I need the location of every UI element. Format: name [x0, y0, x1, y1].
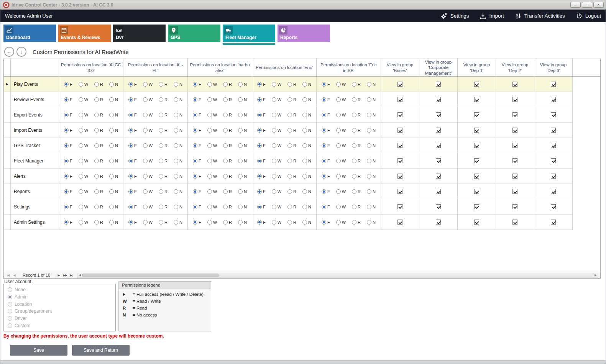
- radio-option-r[interactable]: R: [223, 113, 232, 117]
- radio-option-n[interactable]: N: [174, 205, 182, 209]
- radio-option-n[interactable]: N: [302, 128, 311, 133]
- radio-option-f[interactable]: F: [128, 113, 137, 117]
- radio-option-n[interactable]: N: [238, 143, 247, 148]
- radio-option-n[interactable]: N: [367, 97, 376, 102]
- radio-option-r[interactable]: R: [159, 143, 168, 148]
- radio-option-f[interactable]: F: [257, 82, 266, 87]
- radio-option-n[interactable]: N: [109, 220, 118, 225]
- view-in-group-checkbox[interactable]: [436, 220, 441, 225]
- radio-option-r[interactable]: R: [159, 113, 168, 117]
- view-in-group-checkbox[interactable]: [397, 143, 402, 148]
- radio-option-f[interactable]: F: [257, 174, 266, 179]
- radio-option-n[interactable]: N: [174, 220, 182, 225]
- settings-button[interactable]: Settings: [440, 12, 469, 20]
- radio-option-r[interactable]: R: [159, 97, 168, 102]
- radio-option-w[interactable]: W: [207, 189, 217, 194]
- radio-option-w[interactable]: W: [207, 128, 217, 133]
- radio-option-n[interactable]: N: [367, 143, 376, 148]
- radio-option-w[interactable]: W: [79, 82, 88, 87]
- column-header-permission-2[interactable]: Permissions on location 'barbu alex': [188, 59, 252, 76]
- radio-option-w[interactable]: W: [207, 159, 217, 163]
- radio-option-f[interactable]: F: [257, 220, 266, 225]
- radio-option-f[interactable]: F: [257, 97, 266, 102]
- radio-option-w[interactable]: W: [79, 113, 88, 117]
- scroll-left-arrow-icon[interactable]: ◀: [77, 274, 82, 277]
- radio-option-n[interactable]: N: [174, 143, 182, 148]
- radio-option-f[interactable]: F: [64, 159, 72, 163]
- radio-option-w[interactable]: W: [272, 128, 281, 133]
- view-in-group-checkbox[interactable]: [474, 82, 479, 87]
- radio-option-r[interactable]: R: [352, 113, 361, 117]
- user-account-option-admin[interactable]: Admin: [8, 294, 112, 300]
- radio-option-n[interactable]: N: [174, 113, 182, 117]
- radio-option-r[interactable]: R: [159, 220, 168, 225]
- view-in-group-checkbox[interactable]: [436, 158, 441, 163]
- radio-option-r[interactable]: R: [352, 143, 361, 148]
- scroll-right-arrow-icon[interactable]: ▶: [593, 274, 598, 277]
- radio-option-w[interactable]: W: [79, 205, 88, 209]
- user-account-option-none[interactable]: None: [8, 287, 112, 292]
- view-in-group-checkbox[interactable]: [512, 97, 517, 102]
- radio-option-r[interactable]: R: [352, 220, 361, 225]
- user-account-option-driver[interactable]: Driver: [8, 316, 112, 321]
- radio-option-w[interactable]: W: [272, 220, 281, 225]
- view-in-group-checkbox[interactable]: [512, 128, 517, 133]
- radio-option-r[interactable]: R: [223, 174, 232, 179]
- table-row-import-events[interactable]: Import EventsFWRNFWRNFWRNFWRNFWRN: [4, 123, 573, 138]
- radio-option-n[interactable]: N: [109, 143, 118, 148]
- radio-option-w[interactable]: W: [336, 128, 346, 133]
- radio-option-f[interactable]: F: [128, 205, 137, 209]
- view-in-group-checkbox[interactable]: [474, 158, 479, 163]
- horizontal-scrollbar[interactable]: ◀ ▶: [77, 273, 598, 278]
- column-header-permission-0[interactable]: Permissions on location 'Al CC 3.0': [59, 59, 123, 76]
- maximize-button[interactable]: □: [582, 2, 592, 8]
- view-in-group-checkbox[interactable]: [551, 204, 556, 209]
- radio-option-n[interactable]: N: [302, 220, 311, 225]
- radio-option-n[interactable]: N: [174, 97, 182, 102]
- radio-option-w[interactable]: W: [336, 220, 346, 225]
- radio-option-n[interactable]: N: [302, 82, 311, 87]
- radio-option-f[interactable]: F: [193, 220, 201, 225]
- column-header-permission-3[interactable]: Permissions on location 'Eric': [252, 59, 317, 76]
- view-in-group-checkbox[interactable]: [551, 189, 556, 194]
- view-in-group-checkbox[interactable]: [474, 112, 479, 117]
- radio-option-r[interactable]: R: [352, 205, 361, 209]
- radio-option-f[interactable]: F: [193, 174, 201, 179]
- tab-dashboard[interactable]: Dashboard: [3, 25, 56, 42]
- radio-option-f[interactable]: F: [128, 143, 137, 148]
- radio-option-w[interactable]: W: [207, 97, 217, 102]
- radio-option-f[interactable]: F: [322, 159, 330, 163]
- radio-option-n[interactable]: N: [238, 174, 247, 179]
- table-row-fleet-manager[interactable]: Fleet ManagerFWRNFWRNFWRNFWRNFWRN: [4, 153, 573, 169]
- view-in-group-checkbox[interactable]: [436, 143, 441, 148]
- radio-option-r[interactable]: R: [352, 159, 361, 163]
- radio-option-n[interactable]: N: [367, 128, 376, 133]
- radio-option-f[interactable]: F: [322, 205, 330, 209]
- radio-option-r[interactable]: R: [287, 97, 296, 102]
- table-row-gps-tracker[interactable]: GPS TrackerFWRNFWRNFWRNFWRNFWRN: [4, 138, 573, 153]
- view-in-group-checkbox[interactable]: [512, 204, 517, 209]
- radio-option-r[interactable]: R: [94, 205, 103, 209]
- view-in-group-checkbox[interactable]: [397, 128, 402, 133]
- view-in-group-checkbox[interactable]: [436, 189, 441, 194]
- radio-option-w[interactable]: W: [143, 82, 153, 87]
- radio-option-w[interactable]: W: [336, 174, 346, 179]
- column-header-group-0[interactable]: View in group 'Buses': [381, 59, 419, 76]
- radio-option-n[interactable]: N: [238, 82, 247, 87]
- column-header-group-1[interactable]: View in group 'Corporate Management': [419, 59, 458, 76]
- radio-option-r[interactable]: R: [287, 189, 296, 194]
- radio-option-r[interactable]: R: [223, 82, 232, 87]
- radio-option-n[interactable]: N: [109, 189, 118, 194]
- tab-fleet-manager[interactable]: Fleet Manager: [223, 25, 275, 42]
- radio-option-n[interactable]: N: [238, 159, 247, 163]
- radio-option-w[interactable]: W: [272, 159, 281, 163]
- radio-option-r[interactable]: R: [159, 128, 168, 133]
- radio-option-w[interactable]: W: [79, 159, 88, 163]
- radio-option-w[interactable]: W: [79, 143, 88, 148]
- table-row-settings[interactable]: SettingsFWRNFWRNFWRNFWRNFWRN: [4, 199, 573, 215]
- radio-option-r[interactable]: R: [352, 128, 361, 133]
- radio-option-n[interactable]: N: [109, 159, 118, 163]
- logout-button[interactable]: Logout: [576, 13, 601, 20]
- radio-option-n[interactable]: N: [367, 82, 376, 87]
- radio-option-w[interactable]: W: [207, 205, 217, 209]
